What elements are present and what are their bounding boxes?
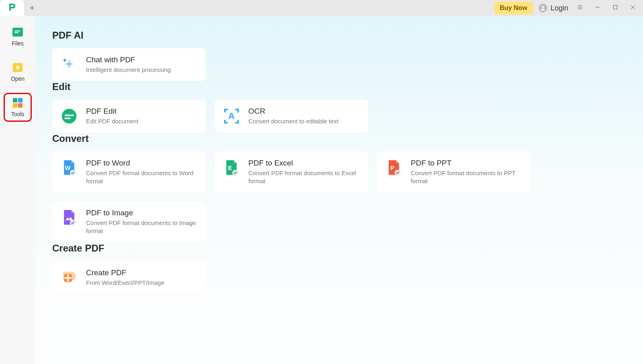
card-title: PDF to PPT (411, 159, 522, 168)
card-subtitle: Convert document to editable text (248, 117, 338, 125)
close-icon (630, 4, 636, 12)
svg-rect-5 (613, 5, 617, 9)
svg-point-13 (70, 170, 76, 176)
card-chat-with-pdf[interactable]: Chat with PDF Intelligent document proce… (52, 48, 206, 81)
card-title: PDF to Excel (248, 159, 360, 168)
main-content: PDF AI Chat with PDF Intelligent documen… (35, 16, 643, 364)
files-icon (12, 27, 23, 38)
svg-text:E: E (228, 164, 232, 171)
hamburger-icon (577, 4, 583, 12)
sidebar-item-label: Files (12, 40, 24, 47)
ocr-icon: A (223, 107, 240, 125)
card-title: Chat with PDF (86, 55, 171, 64)
card-subtitle: Convert PDF format documents to Word for… (86, 169, 198, 186)
minimize-icon (594, 4, 601, 12)
window-minimize-button[interactable] (592, 2, 604, 14)
svg-point-0 (542, 6, 544, 8)
section-heading-convert: Convert (52, 133, 626, 144)
sidebar: Files Open Tools (0, 16, 35, 364)
window-maximize-button[interactable] (609, 2, 621, 14)
card-title: PDF to Image (86, 209, 198, 217)
card-subtitle: Convert PDF format documents to Image fo… (86, 219, 198, 235)
sidebar-item-files[interactable]: Files (6, 24, 30, 49)
titlebar: + Buy Now Login (0, 0, 643, 16)
new-tab-button[interactable]: + (24, 0, 40, 16)
section-heading-pdf-ai: PDF AI (52, 30, 626, 41)
buy-now-button[interactable]: Buy Now (494, 2, 533, 14)
card-pdf-to-ppt[interactable]: P PDF to PPT Convert PDF format document… (377, 151, 530, 193)
sidebar-item-open[interactable]: Open (6, 59, 30, 84)
tools-icon (12, 97, 23, 108)
sidebar-item-tools[interactable]: Tools (6, 95, 30, 120)
card-texts: PDF to Excel Convert PDF format document… (248, 159, 360, 186)
card-subtitle: From Word/Execl/PPT/Image (86, 279, 164, 287)
svg-point-15 (232, 170, 238, 176)
app-logo-icon (7, 2, 17, 14)
edit-cards: PDF Edit Edit PDF document A OCR Convert… (52, 100, 626, 133)
card-pdf-edit[interactable]: PDF Edit Edit PDF document (52, 100, 206, 133)
card-ocr[interactable]: A OCR Convert document to editable text (215, 100, 368, 133)
create-pdf-icon (60, 269, 78, 286)
image-file-icon (60, 209, 78, 226)
window-close-button[interactable] (627, 2, 639, 14)
body: Files Open Tools PDF AI Chat with PDF In… (0, 16, 643, 364)
card-subtitle: Intelligent document processing (86, 66, 171, 74)
svg-point-18 (70, 220, 76, 226)
sparkle-icon (60, 56, 78, 74)
card-subtitle: Edit PDF document (86, 117, 138, 125)
sidebar-item-label: Open (11, 76, 25, 82)
plus-icon: + (30, 3, 35, 13)
tab-strip: + (0, 0, 40, 16)
section-heading-edit: Edit (52, 81, 626, 92)
login-label: Login (551, 4, 568, 12)
ppt-file-icon: P (385, 159, 403, 176)
open-icon (12, 62, 23, 73)
card-title: PDF Edit (86, 107, 138, 116)
card-texts: PDF to Word Convert PDF format documents… (86, 159, 198, 186)
svg-rect-10 (65, 118, 71, 119)
titlebar-right: Buy Now Login (494, 2, 643, 14)
section-heading-create-pdf: Create PDF (52, 243, 626, 254)
login-button[interactable]: Login (539, 4, 568, 12)
hamburger-menu-button[interactable] (574, 2, 586, 14)
card-pdf-to-excel[interactable]: E PDF to Excel Convert PDF format docume… (215, 151, 368, 193)
svg-text:A: A (228, 111, 235, 121)
convert-cards: W PDF to Word Convert PDF format documen… (52, 151, 626, 243)
card-create-pdf[interactable]: Create PDF From Word/Execl/PPT/Image (52, 261, 206, 294)
card-subtitle: Convert PDF format documents to Excel fo… (248, 169, 360, 186)
card-subtitle: Convert PDF format documents to PPT form… (411, 169, 522, 186)
card-texts: PDF Edit Edit PDF document (86, 107, 138, 125)
card-texts: Create PDF From Word/Execl/PPT/Image (86, 268, 164, 287)
word-file-icon: W (60, 159, 78, 176)
card-texts: OCR Convert document to editable text (248, 107, 338, 125)
card-texts: Chat with PDF Intelligent document proce… (86, 55, 171, 74)
svg-point-17 (395, 170, 401, 176)
card-pdf-to-image[interactable]: PDF to Image Convert PDF format document… (52, 201, 206, 243)
svg-rect-9 (65, 115, 74, 117)
svg-text:W: W (65, 164, 70, 171)
create-cards: Create PDF From Word/Execl/PPT/Image (52, 261, 626, 294)
avatar-icon (539, 4, 547, 12)
maximize-icon (612, 4, 618, 12)
pdf-ai-cards: Chat with PDF Intelligent document proce… (52, 48, 626, 81)
svg-text:P: P (390, 164, 394, 171)
card-title: OCR (248, 107, 338, 116)
app-logo-tab[interactable] (0, 0, 24, 16)
card-texts: PDF to Image Convert PDF format document… (86, 209, 198, 235)
pdf-edit-icon (60, 107, 78, 125)
card-texts: PDF to PPT Convert PDF format documents … (411, 159, 522, 186)
excel-file-icon: E (223, 159, 240, 176)
card-title: Create PDF (86, 268, 164, 277)
card-title: PDF to Word (86, 159, 198, 168)
sidebar-item-label: Tools (11, 111, 25, 117)
card-pdf-to-word[interactable]: W PDF to Word Convert PDF format documen… (52, 151, 206, 193)
